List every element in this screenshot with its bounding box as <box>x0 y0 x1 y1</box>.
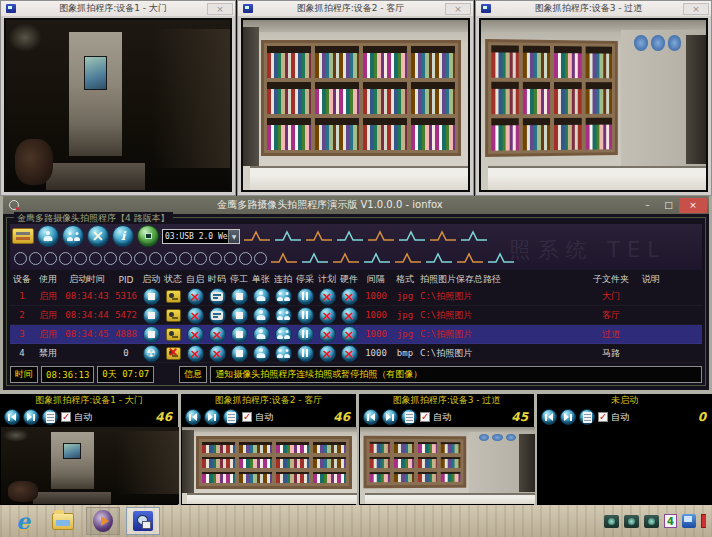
single-shot-button[interactable] <box>253 288 270 305</box>
autostart-button[interactable]: × <box>187 307 204 324</box>
image-list-button[interactable] <box>579 409 595 425</box>
chevron-down-icon[interactable]: ▼ <box>228 230 239 243</box>
burst-button[interactable] <box>275 288 292 305</box>
burst-button[interactable] <box>275 307 292 324</box>
info-button[interactable]: i <box>112 225 134 247</box>
last-image-button[interactable] <box>382 409 398 425</box>
start-button[interactable] <box>143 288 160 305</box>
single-user-button[interactable] <box>37 225 59 247</box>
auto-checkbox[interactable] <box>61 412 71 422</box>
start-button[interactable] <box>143 307 160 324</box>
capture-button[interactable] <box>137 225 159 247</box>
stop-capture-button[interactable] <box>297 345 314 362</box>
close-button[interactable]: × <box>679 198 707 213</box>
device-row[interactable]: 2启用08:34:445472×××1000jpgC:\拍照图片客厅 <box>10 306 702 325</box>
window-titlebar[interactable]: 图象抓拍程序:设备1 - 大门 × <box>1 1 235 16</box>
first-image-button[interactable] <box>363 409 379 425</box>
stop-work-cell <box>228 344 250 362</box>
scene-glow <box>3 429 30 442</box>
image-list-button[interactable] <box>401 409 417 425</box>
timecode-button[interactable] <box>209 307 226 324</box>
minimize-button[interactable]: – <box>637 198 658 213</box>
device-row[interactable]: 3启用08:34:454888××××1000jpgC:\拍照图片过道 <box>10 325 702 344</box>
last-image-button[interactable] <box>23 409 39 425</box>
burst-button[interactable] <box>275 326 292 343</box>
single-shot-button[interactable] <box>253 307 270 324</box>
tray-alert-icon[interactable] <box>701 514 706 528</box>
device-row[interactable]: 1启用08:34:435316×××1000jpgC:\拍照图片大门 <box>10 287 702 306</box>
schedule-button[interactable]: × <box>319 326 336 343</box>
stop-icon <box>236 331 243 338</box>
start-button[interactable] <box>143 326 160 343</box>
timecode-button[interactable]: × <box>209 345 226 362</box>
close-button[interactable]: × <box>445 3 471 15</box>
stop-work-button[interactable] <box>231 307 248 324</box>
scene-cab <box>250 166 468 190</box>
maximize-button[interactable]: □ <box>658 198 679 213</box>
close-button[interactable]: × <box>683 3 709 15</box>
timecode-button[interactable]: × <box>209 326 226 343</box>
start-button[interactable]: ☢ <box>143 345 160 362</box>
schedule-cell: × <box>316 325 338 343</box>
pause-icon <box>302 311 308 319</box>
stop-capture-button[interactable] <box>297 307 314 324</box>
hardware-button[interactable]: × <box>341 345 358 362</box>
ie-button[interactable]: e <box>6 507 40 535</box>
tray-camera-icon-3[interactable] <box>644 515 659 528</box>
auto-checkbox[interactable] <box>242 412 252 422</box>
hardware-button[interactable]: × <box>341 288 358 305</box>
first-image-button[interactable] <box>541 409 557 425</box>
timecode-button[interactable] <box>209 288 226 305</box>
media-player-button[interactable] <box>86 507 120 535</box>
tray-network-icon[interactable] <box>682 514 696 528</box>
stop-capture-button[interactable] <box>297 288 314 305</box>
tray-app-icon[interactable]: 4 <box>664 514 677 528</box>
stop-work-button[interactable] <box>231 345 248 362</box>
stop-capture-button[interactable] <box>297 326 314 343</box>
auto-checkbox[interactable] <box>420 412 430 422</box>
first-image-button[interactable] <box>185 409 201 425</box>
image-list-button[interactable] <box>223 409 239 425</box>
camera-status-icon[interactable]: × <box>166 347 181 360</box>
schedule-button[interactable]: × <box>319 288 336 305</box>
close-button[interactable]: × <box>207 3 233 15</box>
auto-checkbox[interactable] <box>598 412 608 422</box>
tray-camera-icon-1[interactable] <box>604 515 619 528</box>
scene-doorL <box>243 27 259 166</box>
device-dropdown[interactable]: 03:USB 2.0 WebCam ▼ <box>162 229 240 244</box>
window-titlebar[interactable]: 图象抓拍程序:设备2 - 客厅 × <box>238 1 473 16</box>
autostart-button[interactable]: × <box>187 288 204 305</box>
window-titlebar[interactable]: 图象抓拍程序:设备3 - 过道 × <box>476 1 711 16</box>
burst-cell <box>272 325 294 343</box>
autostart-button[interactable]: × <box>187 345 204 362</box>
last-image-button[interactable] <box>204 409 220 425</box>
autostart-cell: × <box>184 306 206 324</box>
channel-indicators <box>14 252 267 265</box>
image-list-button[interactable] <box>42 409 58 425</box>
camera-status-icon[interactable] <box>166 309 181 322</box>
explorer-button[interactable] <box>46 507 80 535</box>
camera-status-icon[interactable] <box>166 290 181 303</box>
hardware-button[interactable]: × <box>341 307 358 324</box>
autostart-button[interactable]: × <box>187 326 204 343</box>
tray-camera-icon-2[interactable] <box>624 515 639 528</box>
scene-shelfR <box>117 431 179 494</box>
capture-folder-icon[interactable] <box>12 228 34 244</box>
device-row[interactable]: 4禁用0☢×××××1000bmpC:\拍照图片马路 <box>10 344 702 363</box>
scene-chair <box>15 139 53 185</box>
stop-work-button[interactable] <box>231 326 248 343</box>
timecode-cell: × <box>206 344 228 362</box>
settings-button[interactable] <box>87 225 109 247</box>
schedule-button[interactable]: × <box>319 307 336 324</box>
first-image-button[interactable] <box>4 409 20 425</box>
stop-work-button[interactable] <box>231 288 248 305</box>
single-shot-button[interactable] <box>253 326 270 343</box>
schedule-button[interactable]: × <box>319 345 336 362</box>
capture-app-button[interactable] <box>126 507 160 535</box>
single-shot-button[interactable] <box>253 345 270 362</box>
camera-status-icon[interactable] <box>166 328 181 341</box>
multi-user-button[interactable] <box>62 225 84 247</box>
last-image-button[interactable] <box>560 409 576 425</box>
burst-button[interactable] <box>275 345 292 362</box>
hardware-button[interactable]: × <box>341 326 358 343</box>
